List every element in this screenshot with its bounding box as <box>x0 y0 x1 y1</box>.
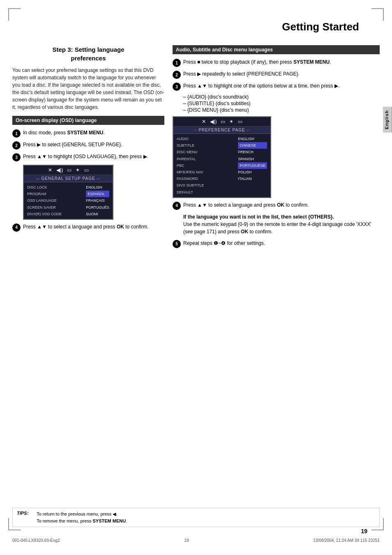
label-audio: AUDIO <box>177 136 231 142</box>
dvd-menu-osd-header: -- GENERAL SETUP PAGE -- <box>24 175 113 182</box>
left-column: Step 3: Setting language preferences You… <box>12 45 164 522</box>
dash-subtitle: – {SUBTITLE} (disc's subtitles) <box>183 101 380 106</box>
step-title: Step 3: Setting language preferences <box>12 45 164 62</box>
dvd-menu-osd-labels: DISC LOCK PROGRAM OSD LANGUAGE SCREEN SA… <box>24 182 83 219</box>
osd-step-2-text: Press ▶ to select {GENERAL SETUP PAGE}. <box>23 141 164 148</box>
audio-step-1: 1 Press ■ twice to stop playback (if any… <box>173 58 380 67</box>
footer-center: 19 <box>184 538 189 543</box>
tips-line2: To remove the menu, press SYSTEM MENU. <box>37 518 127 525</box>
dash-disc-menu: – {DISC MENU} (disc's menu) <box>183 107 380 113</box>
corner-bracket-tr <box>371 8 384 21</box>
audio-step-2: 2 Press ▶ repeatedly to select {PREFEREN… <box>173 70 380 79</box>
right-column: Audio, Subtitle and Disc menu languages … <box>173 45 380 522</box>
corner-bracket-tl <box>8 8 21 21</box>
audio-step-2-text: Press ▶ repeatedly to select {PREFERENCE… <box>183 70 380 78</box>
audio-step-4-text: Press ▲▼ to select a language and press … <box>183 201 380 209</box>
label-osd-lang: OSD LANGUAGE <box>27 197 79 204</box>
osd-section-heading: On-screen display (OSD) language <box>12 116 164 125</box>
label-program: PROGRAM <box>27 191 79 197</box>
footer-left: 001-045-LX8320-69-Eng2 <box>12 538 60 543</box>
audio-step-num-1: 1 <box>173 59 181 67</box>
osd-step-4-text: Press ▲▼ to select a language and press … <box>23 223 164 230</box>
dvd-menu-audio-labels: AUDIO SUBTITLE DISC MENU PARENTAL PBC MP… <box>173 134 235 197</box>
label-disc-lock: DISC LOCK <box>27 184 79 191</box>
val2-french: FRENCH <box>238 149 267 155</box>
footer-right: 13/08/2004, 11:24 AM 39 115 23251 <box>313 538 380 543</box>
audio-step-num-3: 3 <box>173 83 181 91</box>
val-francais: FRANÇAIS <box>86 197 109 204</box>
label-pbc: PBC <box>177 162 231 169</box>
step-num-1: 1 <box>12 129 21 138</box>
val2-spanish: SPANISH <box>238 156 267 162</box>
osd-step-3: 3 Press ▲▼ to highlight {OSD LANGUAGE}, … <box>12 153 164 161</box>
audio-step-num-2: 2 <box>173 71 181 79</box>
audio-step-num-4: 4 <box>173 202 181 210</box>
dvd-menu-osd: ✕ ◀)) ▭ ✶ ▭ -- GENERAL SETUP PAGE -- DIS… <box>23 165 113 220</box>
footer: 001-045-LX8320-69-Eng2 19 13/08/2004, 11… <box>12 538 380 543</box>
tips-label: TIPS: <box>17 511 28 524</box>
audio-step-num-5: 5 <box>173 240 181 248</box>
dvd-menu-audio-values: ENGLISH CHINESE FRENCH SPANISH PORTUGUES… <box>235 134 270 197</box>
audio-section-heading: Audio, Subtitle and Disc menu languages <box>173 45 380 54</box>
label-screen-saver: SCREEN SAVER <box>27 204 79 211</box>
val-portugues: PORTUGUÊS <box>86 204 109 211</box>
label-divx-vod: DIVX(R) VOD CODE <box>27 211 79 217</box>
label-password: PASSWORD <box>177 175 231 182</box>
dash-audio: – {AUDIO} (disc's soundtrack) <box>183 94 380 100</box>
label-divx-sub: DIVX SUBTITLE <box>177 182 231 189</box>
content-wrapper: Step 3: Setting language preferences You… <box>12 45 380 522</box>
val-espanol: ESPAÑOL <box>86 191 109 197</box>
audio-step-5-text: Repeat steps ❶~❹ for other settings. <box>183 240 380 247</box>
osd-step-1-text: In disc mode, press SYSTEM MENU. <box>23 129 164 136</box>
dvd-menu-audio-header: ·· PREFERENCE PAGE ·· <box>173 127 270 134</box>
val2-chinese: CHINESE <box>238 142 267 149</box>
label-mp3-jpeg: MP3/JPEG NAV <box>177 169 231 175</box>
step-num-2: 2 <box>12 141 21 150</box>
page-title: Getting Started <box>282 21 359 33</box>
val-english: ENGLISH <box>86 184 109 191</box>
dvd-menu-audio: ✕ ◀)) ▭ ✶ ▭ ·· PREFERENCE PAGE ·· AUDIO … <box>173 116 271 198</box>
dvd-menu-osd-body: DISC LOCK PROGRAM OSD LANGUAGE SCREEN SA… <box>24 182 113 219</box>
audio-step-3: 3 Press ▲▼ to highlight one of the optio… <box>173 82 380 91</box>
step-num-3: 3 <box>12 153 21 161</box>
side-tab-english: English <box>383 107 392 133</box>
page-number: 19 <box>361 528 367 534</box>
osd-step-4: 4 Press ▲▼ to select a language and pres… <box>12 223 164 232</box>
label-disc-menu2: DISC MENU <box>177 149 231 155</box>
audio-step-4: 4 Press ▲▼ to select a language and pres… <box>173 201 380 210</box>
osd-step-1: 1 In disc mode, press SYSTEM MENU. <box>12 129 164 138</box>
dvd-menu-osd-values: ENGLISH ESPAÑOL FRANÇAIS PORTUGUÊS SUOMI <box>83 182 113 219</box>
dvd-menu-osd-icons: ✕ ◀)) ▭ ✶ ▭ <box>24 166 113 175</box>
tips-line1: To return to the previous menu, press ◀. <box>37 511 127 518</box>
tips-content: To return to the previous menu, press ◀.… <box>37 511 127 524</box>
label-parental: PARENTAL <box>177 156 231 162</box>
audio-step-1-text: Press ■ twice to stop playback (if any),… <box>183 58 380 66</box>
val2-polish: POLISH <box>238 169 267 175</box>
val2-portuguese: PORTUGUESE <box>238 162 267 169</box>
dvd-menu-audio-icons: ✕ ◀)) ▭ ✶ ▭ <box>173 117 270 127</box>
step-num-4: 4 <box>12 223 21 232</box>
osd-step-3-text: Press ▲▼ to highlight {OSD LANGUAGE}, th… <box>23 153 164 160</box>
osd-step-2: 2 Press ▶ to select {GENERAL SETUP PAGE}… <box>12 141 164 150</box>
language-note: If the language you want is not in the l… <box>183 213 380 235</box>
dvd-menu-audio-body: AUDIO SUBTITLE DISC MENU PARENTAL PBC MP… <box>173 134 270 197</box>
label-subtitle: SUBTITLE <box>177 142 231 149</box>
val-suomi: SUOMI <box>86 211 109 217</box>
val2-english: ENGLISH <box>238 136 267 142</box>
val2-italian: ITALIAN <box>238 175 267 182</box>
intro-body-text: You can select your preferred language s… <box>12 67 164 111</box>
label-default: DEFAULT <box>177 189 231 196</box>
tips-bar: TIPS: To return to the previous menu, pr… <box>12 508 380 527</box>
audio-step-5: 5 Repeat steps ❶~❹ for other settings. <box>173 240 380 248</box>
audio-step-3-text: Press ▲▼ to highlight one of the options… <box>183 82 380 90</box>
